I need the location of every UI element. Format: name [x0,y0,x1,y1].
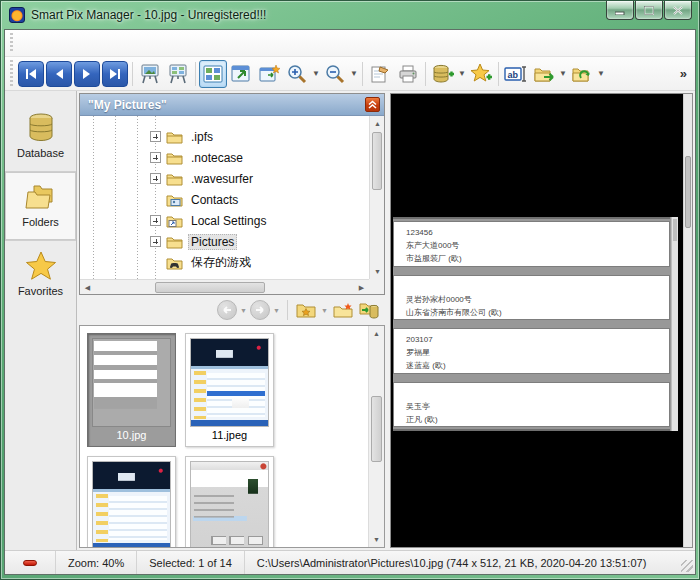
next-file-button[interactable] [74,61,100,87]
preview-image: 123456东产大道000号市益服装厂 (欧)灵岩孙家村0000号山东省济南市有… [393,217,678,431]
slideshow-button[interactable] [136,60,164,88]
add-folder-to-database-button[interactable] [357,298,381,322]
sidebar-item[interactable]: Database [5,101,76,171]
zoom-in-caret[interactable]: ▼ [311,60,321,88]
forward-history-caret[interactable]: ▼ [272,307,281,314]
thumbnail-image [92,338,171,427]
title-bar[interactable]: Smart Pix Manager - 10.jpg - Unregistere… [1,1,699,29]
add-to-database-caret[interactable]: ▼ [457,60,467,88]
collapse-panel-button[interactable] [365,97,380,112]
tree-item-label[interactable]: Contacts [188,192,241,208]
thumbnail-tile[interactable]: 12.jpeg [87,456,176,547]
menu-item[interactable] [17,39,35,47]
tree-horizontal-scrollbar[interactable]: ◀ ▶ [80,279,369,294]
tree-item-label[interactable]: 保存的游戏 [188,253,254,272]
tree-item-label[interactable]: .ipfs [188,129,216,145]
first-file-button[interactable] [18,61,44,87]
multi-slideshow-button[interactable] [164,60,192,88]
tree-item[interactable]: .notecase [80,147,369,168]
back-button[interactable] [217,300,237,320]
tree-item[interactable]: Pictures [80,231,369,252]
open-new-window-button[interactable] [255,60,283,88]
unregistered-icon [23,560,37,566]
maximize-button[interactable] [635,1,663,20]
new-folder-button[interactable] [331,298,355,322]
expand-icon[interactable] [150,236,161,247]
contacts-folder-icon [166,193,183,207]
scroll-up-arrow[interactable]: ▲ [369,326,384,341]
expand-icon[interactable] [150,131,161,142]
scrollbar-thumb[interactable] [685,156,691,228]
sidebar-item[interactable]: Favorites [5,240,76,309]
zoom-in-button[interactable] [283,60,311,88]
tree-item-label[interactable]: Local Settings [188,213,269,229]
expand-icon[interactable] [150,215,161,226]
menu-item[interactable] [53,39,71,47]
menu-item[interactable] [125,39,143,47]
toolbar-separator [195,62,196,86]
tree-vertical-scrollbar[interactable]: ▲ ▼ [369,116,384,279]
tree-item-label[interactable]: .wavesurfer [188,171,256,187]
favorites-icon [25,251,57,281]
full-screen-view-button[interactable] [227,60,255,88]
scroll-down-arrow[interactable]: ▼ [370,264,385,279]
menu-item[interactable] [107,39,125,47]
tree-item-label[interactable]: .notecase [188,150,246,166]
tree-item[interactable]: Contacts [80,189,369,210]
scrollbar-thumb[interactable] [372,132,382,190]
scroll-up-arrow[interactable]: ▲ [370,116,385,131]
close-button[interactable] [664,1,692,20]
add-to-favorites-button[interactable] [467,60,495,88]
zoom-out-button[interactable] [321,60,349,88]
export-files-button[interactable] [530,60,558,88]
tree-item-label[interactable]: Pictures [188,234,237,250]
sidebar-item-label: Database [17,147,64,159]
minimize-button[interactable] [606,1,634,20]
previous-file-button[interactable] [46,61,72,87]
thumbnail-scrollbar[interactable]: ▲ ▼ [368,326,384,547]
thumbnail-view-button[interactable] [199,60,227,88]
print-button[interactable] [394,60,422,88]
menu-item[interactable] [89,39,107,47]
tree-item[interactable]: Local Settings [80,210,369,231]
toolbar-gripper[interactable] [9,60,14,87]
zoom-out-caret[interactable]: ▼ [349,60,359,88]
rename-button[interactable]: ab [502,60,530,88]
menu-gripper[interactable] [9,33,14,53]
scroll-down-arrow[interactable]: ▼ [369,532,384,547]
tree-item[interactable]: 保存的游戏 [80,252,369,273]
favorite-folders-caret[interactable]: ▼ [320,307,329,314]
add-to-database-button[interactable] [429,60,457,88]
expand-icon[interactable] [150,152,161,163]
menu-item[interactable] [71,39,89,47]
scrollbar-thumb[interactable] [155,282,265,293]
forward-button[interactable] [250,300,270,320]
expand-icon[interactable] [150,173,161,184]
resize-grip[interactable] [681,560,693,572]
scroll-left-arrow[interactable]: ◀ [80,280,95,295]
convert-files-button[interactable] [568,60,596,88]
thumbnail-tile[interactable]: 11.jpeg [185,333,274,447]
menu-item[interactable] [143,39,161,47]
edit-description-button[interactable] [366,60,394,88]
preview-text-block: 123456东产大道000号市益服装厂 (欧) [393,221,670,267]
preview-pane[interactable]: 123456东产大道000号市益服装厂 (欧)灵岩孙家村0000号山东省济南市有… [390,93,693,548]
scroll-right-arrow[interactable]: ▶ [354,280,369,295]
menu-item[interactable] [161,39,179,47]
favorite-folders-button[interactable] [294,298,318,322]
thumbnail-tile[interactable]: 10.jpg [87,333,176,447]
sidebar-item[interactable]: Folders [5,171,76,240]
last-file-button[interactable] [102,61,128,87]
toolbar-separator [362,62,363,86]
back-history-caret[interactable]: ▼ [239,307,248,314]
scrollbar-thumb[interactable] [371,396,382,462]
thumbnail-tile[interactable]: 2.jpg [185,456,274,547]
tree-item[interactable]: .wavesurfer [80,168,369,189]
preview-scrollbar[interactable] [683,94,692,547]
menu-item[interactable] [35,39,53,47]
convert-files-caret[interactable]: ▼ [596,60,606,88]
toolbar-overflow-button[interactable]: » [678,66,691,81]
export-files-caret[interactable]: ▼ [558,60,568,88]
tree-item[interactable]: .ipfs [80,126,369,147]
image-inner-scrollbar [671,217,678,431]
